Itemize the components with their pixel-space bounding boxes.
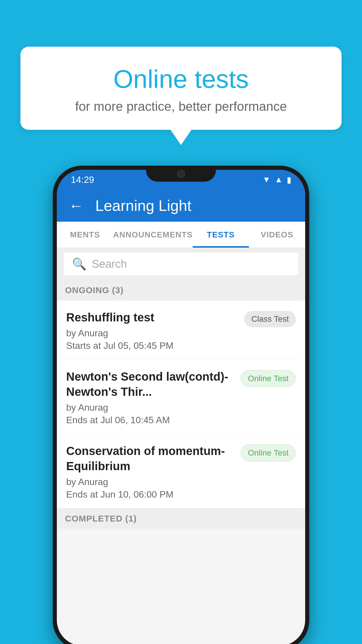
battery-icon: ▮ (287, 175, 291, 185)
test-date-3: Ends at Jun 10, 06:00 PM (66, 489, 235, 500)
status-time: 14:29 (71, 174, 94, 185)
phone-screen: 14:29 ▼ ▲ ▮ ← Learning Light MENTS ANNOU… (57, 170, 305, 644)
test-title-1: Reshuffling test (66, 310, 238, 325)
speech-bubble-container: Online tests for more practice, better p… (20, 47, 342, 130)
test-list: Reshuffling test by Anurag Starts at Jul… (57, 300, 305, 508)
ongoing-label: ONGOING (3) (65, 285, 124, 295)
test-title-2: Newton's Second law(contd)-Newton's Thir… (66, 369, 235, 399)
back-button[interactable]: ← (68, 197, 84, 214)
signal-icon: ▲ (275, 175, 283, 184)
tabs-bar: MENTS ANNOUNCEMENTS TESTS VIDEOS (57, 222, 305, 248)
search-bar[interactable]: 🔍 Search (64, 253, 298, 275)
search-icon: 🔍 (72, 257, 87, 271)
app-top-bar: ← Learning Light (57, 190, 305, 222)
wifi-icon: ▼ (263, 175, 271, 184)
app-title: Learning Light (95, 197, 191, 214)
speech-bubble-title: Online tests (44, 64, 318, 94)
test-title-3: Conservation of momentum-Equilibrium (66, 443, 235, 474)
test-item-2[interactable]: Newton's Second law(contd)-Newton's Thir… (57, 360, 305, 434)
phone-notch (146, 166, 216, 182)
ongoing-section-header: ONGOING (3) (57, 280, 305, 300)
completed-section-header: COMPLETED (1) (57, 508, 305, 529)
test-info-2: Newton's Second law(contd)-Newton's Thir… (66, 369, 240, 426)
tab-tests[interactable]: TESTS (193, 222, 249, 248)
search-placeholder: Search (92, 258, 127, 270)
status-icons: ▼ ▲ ▮ (263, 175, 291, 185)
test-badge-3: Online Test (240, 444, 296, 461)
test-info-1: Reshuffling test by Anurag Starts at Jul… (66, 310, 244, 351)
test-date-1: Starts at Jul 05, 05:45 PM (66, 340, 238, 351)
phone-frame: 14:29 ▼ ▲ ▮ ← Learning Light MENTS ANNOU… (53, 166, 309, 644)
test-item-3[interactable]: Conservation of momentum-Equilibrium by … (57, 434, 305, 508)
phone-camera (177, 170, 185, 178)
tab-ments[interactable]: MENTS (57, 222, 113, 248)
test-item-1[interactable]: Reshuffling test by Anurag Starts at Jul… (57, 300, 305, 360)
speech-bubble-subtitle: for more practice, better performance (44, 99, 318, 114)
search-container: 🔍 Search (57, 248, 305, 280)
test-badge-2: Online Test (240, 370, 296, 387)
test-author-1: by Anurag (66, 328, 238, 339)
completed-label: COMPLETED (1) (65, 514, 137, 523)
test-badge-1: Class Test (244, 311, 296, 327)
test-info-3: Conservation of momentum-Equilibrium by … (66, 443, 240, 500)
tab-announcements[interactable]: ANNOUNCEMENTS (113, 222, 193, 248)
tab-videos[interactable]: VIDEOS (249, 222, 305, 248)
test-date-2: Ends at Jul 06, 10:45 AM (66, 415, 235, 426)
test-author-2: by Anurag (66, 402, 235, 413)
test-author-3: by Anurag (66, 477, 235, 487)
speech-bubble: Online tests for more practice, better p… (20, 47, 342, 130)
